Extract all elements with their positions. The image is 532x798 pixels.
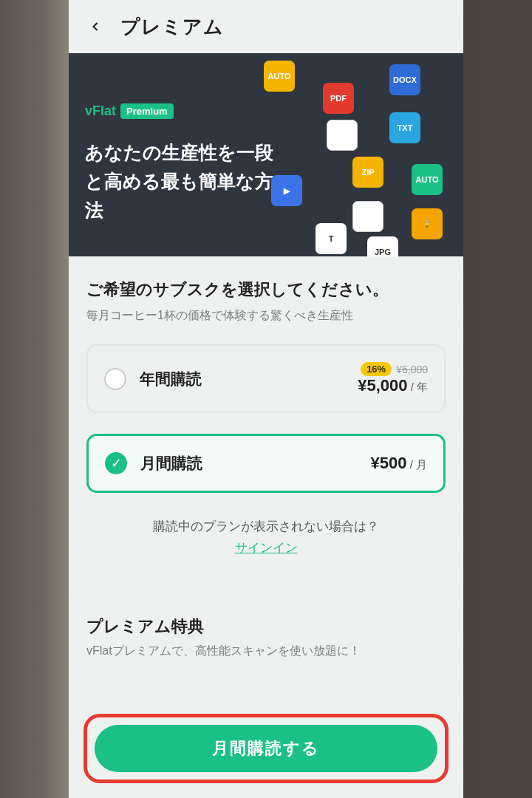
app-screen: プレミアム vFlat Premium あなたの生産性を一段と高める最も簡単な方… xyxy=(69,0,463,798)
plan-monthly-name: 月間購読 xyxy=(140,453,202,474)
premium-badge: Premium xyxy=(120,103,174,119)
page-icon xyxy=(352,201,383,232)
benefits-subtitle: vFlatプレミアムで、高性能スキャンを使い放題に！ xyxy=(86,644,446,659)
plan-yearly-per: / 年 xyxy=(407,381,428,393)
auto-icon: AUTO xyxy=(264,61,295,92)
jpg-icon: JPG xyxy=(367,236,398,256)
plan-yearly-name: 年間購読 xyxy=(140,369,202,389)
signin-link[interactable]: サインイン xyxy=(86,539,446,556)
chevron-left-icon xyxy=(88,19,103,34)
plan-yearly[interactable]: 年間購読 16% ¥6,000 ¥5,000 / 年 xyxy=(86,344,446,413)
radio-checked-icon: ✓ xyxy=(105,452,127,474)
plan-monthly[interactable]: ✓ 月間購読 ¥500 / 月 xyxy=(86,434,446,493)
missing-plan-text: 購読中のプランが表示されない場合は？ xyxy=(86,518,446,535)
choose-title: ご希望のサブスクを選択してください。 xyxy=(86,279,446,301)
plan-monthly-per: / 月 xyxy=(406,458,427,471)
doc-icon xyxy=(327,120,358,151)
lock-icon: 🔒 xyxy=(412,208,443,239)
cta-highlight-box: 月間購読する xyxy=(83,714,449,783)
docx-icon: DOCX xyxy=(389,64,420,95)
top-bar: プレミアム xyxy=(69,0,463,53)
radio-unchecked-icon xyxy=(104,368,126,390)
page-title: プレミアム xyxy=(120,14,224,40)
auto2-icon: AUTO xyxy=(412,164,443,195)
original-price: ¥6,000 xyxy=(396,364,428,375)
choose-subtitle: 毎月コーヒー1杯の価格で体験する驚くべき生産性 xyxy=(86,308,446,324)
hero-banner: vFlat Premium あなたの生産性を一段と高める最も簡単な方法 AUTO… xyxy=(69,53,463,256)
zip-icon: ZIP xyxy=(352,157,383,188)
text-icon: T xyxy=(316,223,347,254)
subscribe-button[interactable]: 月間購読する xyxy=(95,725,437,772)
plan-monthly-price: ¥500 xyxy=(371,454,407,472)
hero-heading: あなたの生産性を一段と高める最も簡単な方法 xyxy=(85,138,277,224)
brand-row: vFlat Premium xyxy=(85,103,447,119)
brand-name: vFlat xyxy=(85,103,116,119)
discount-badge: 16% xyxy=(361,362,392,376)
plan-yearly-price: ¥5,000 xyxy=(358,376,407,395)
back-button[interactable] xyxy=(78,9,113,44)
benefits-title: プレミアム特典 xyxy=(86,615,446,638)
